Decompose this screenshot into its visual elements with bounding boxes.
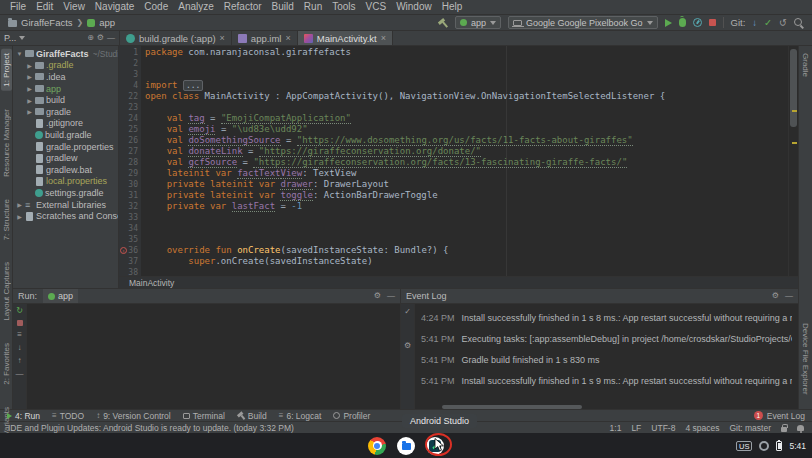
menu-item[interactable]: View	[58, 0, 90, 14]
project-view-selector[interactable]: P...	[4, 33, 16, 43]
tree-row[interactable]: gradlew	[13, 152, 118, 164]
notifications-bell-icon[interactable]	[797, 425, 804, 431]
code-line[interactable]: 37 super.onCreate(savedInstanceState)	[119, 256, 788, 267]
stop-button[interactable]	[709, 19, 716, 26]
search-everywhere-icon[interactable]	[794, 18, 804, 28]
event-log-settings-gear-icon[interactable]	[772, 292, 779, 300]
menu-item[interactable]: Analyze	[173, 0, 219, 14]
tool-stripe-item[interactable]: Layout Captures	[1, 258, 12, 325]
code-editor[interactable]: 1 package com.naranjaconsal.giraffefacts…	[119, 46, 798, 288]
hide-event-log-icon[interactable]	[785, 292, 793, 300]
code-line[interactable]: 25 val emoji = "\ud83e\udd92"	[119, 124, 788, 135]
tree-expand-arrow-icon[interactable]: ▶	[26, 73, 33, 80]
tool-stripe-item[interactable]: 2: Favorites	[1, 339, 12, 389]
code-line[interactable]: 34	[119, 223, 788, 234]
menu-item[interactable]: Build	[267, 0, 299, 14]
code-line[interactable]: 4 import ...	[119, 80, 788, 91]
toolwindow-button[interactable]: Profiler	[333, 411, 370, 421]
tool-stripe-item-gradle[interactable]: Gradle	[800, 49, 811, 81]
code-line[interactable]: 1 package com.naranjaconsal.giraffefacts	[119, 47, 788, 58]
tree-row[interactable]: local.properties	[13, 176, 118, 188]
code-line[interactable]: 28 val gcfSource = "https://giraffeconse…	[119, 157, 788, 168]
run-configuration-select[interactable]: app	[455, 16, 501, 29]
toolwindow-button[interactable]: 9: Version Control	[96, 411, 171, 421]
tree-row[interactable]: gradlew.bat	[13, 164, 118, 176]
tree-row[interactable]: ▶ External Libraries	[13, 199, 118, 211]
code-line[interactable]: 36 override fun onCreate(savedInstanceSt…	[119, 245, 788, 256]
files-app-icon[interactable]	[397, 437, 415, 455]
run-console-output[interactable]	[27, 304, 400, 409]
indent-setting[interactable]: 4 spaces	[685, 423, 719, 433]
git-update-icon[interactable]	[752, 18, 757, 28]
close-tab-icon[interactable]	[285, 34, 290, 43]
code-line[interactable]: 30 private lateinit var drawer: DrawerLa…	[119, 179, 788, 190]
tree-expand-arrow-icon[interactable]: ▶	[26, 97, 33, 104]
scrollbar-thumb[interactable]	[790, 49, 797, 127]
tree-row[interactable]: ▶ app	[13, 83, 118, 95]
editor-tab[interactable]: MainActivity.kt	[298, 31, 393, 45]
code-line[interactable]: 23	[119, 102, 788, 113]
file-encoding[interactable]: UTF-8	[651, 423, 675, 433]
locate-file-icon[interactable]	[87, 34, 94, 42]
menu-item[interactable]: Edit	[31, 0, 58, 14]
toolwindow-button[interactable]: 6: Logcat	[279, 411, 322, 421]
code-line[interactable]: 35	[119, 234, 788, 245]
run-toolbar-icon[interactable]	[16, 307, 23, 315]
code-line[interactable]: 24 val tag = "EmojiCompatApplication"	[119, 113, 788, 124]
event-log-button[interactable]: 1 Event Log	[754, 411, 805, 421]
menu-item[interactable]: Run	[299, 0, 327, 14]
hide-panel-icon[interactable]	[107, 34, 115, 42]
tree-row[interactable]: .gitignore	[13, 118, 118, 130]
tool-stripe-item-device-file-explorer[interactable]: Device File Explorer	[800, 319, 811, 399]
code-line[interactable]: 32 private var lastFact = -1	[119, 201, 788, 212]
run-button[interactable]	[665, 19, 672, 27]
keyboard-layout-badge[interactable]: US	[736, 441, 752, 451]
caret-position[interactable]: 1:1	[610, 423, 622, 433]
tree-expand-arrow-icon[interactable]: ▶	[26, 108, 33, 115]
build-hammer-icon[interactable]	[438, 18, 448, 28]
system-tray[interactable]: US 5:41	[736, 433, 806, 458]
chrome-app-icon[interactable]	[368, 437, 386, 455]
clock[interactable]: 5:41	[789, 441, 806, 451]
horizontal-scrollbar[interactable]	[430, 405, 796, 409]
debug-button[interactable]	[679, 18, 686, 27]
profiler-button[interactable]	[693, 18, 702, 27]
code-line[interactable]: 26 val doSomethingSource = "https://www.…	[119, 135, 788, 146]
menu-item[interactable]: Refactor	[219, 0, 267, 14]
tree-row[interactable]: settings.gradle	[13, 187, 118, 199]
status-message[interactable]: IDE and Plugin Updates: Android Studio i…	[8, 423, 294, 433]
editor-scrollbar[interactable]	[788, 46, 798, 276]
menu-item[interactable]: Help	[437, 0, 468, 14]
tree-row[interactable]: ▶ .gradle	[13, 60, 118, 72]
menu-item[interactable]: Navigate	[90, 0, 139, 14]
run-content-tab[interactable]: app	[43, 289, 78, 303]
tree-expand-arrow-icon[interactable]: ▶	[16, 213, 23, 220]
run-toolbar-icon[interactable]	[16, 370, 24, 378]
git-commit-icon[interactable]	[764, 18, 772, 28]
code-line[interactable]: 38	[119, 267, 788, 276]
close-tab-icon[interactable]	[220, 34, 225, 43]
editor-tab[interactable]: build.gradle (:app)	[120, 31, 232, 45]
override-gutter-icon[interactable]	[120, 247, 127, 254]
code-line[interactable]: 27 val donateLink = "https://giraffecons…	[119, 146, 788, 157]
close-tab-icon[interactable]	[381, 34, 386, 43]
tree-row[interactable]: build.gradle	[13, 129, 118, 141]
code-line[interactable]: 33	[119, 212, 788, 223]
run-toolbar-icon[interactable]	[17, 320, 23, 326]
tool-stripe-item[interactable]: 1: Project	[1, 49, 12, 91]
menu-item[interactable]: Code	[139, 0, 173, 14]
git-branch[interactable]: Git: master	[729, 423, 771, 433]
tree-row[interactable]: ▼ GiraffeFacts ~/StudioProjects/GiraffeF…	[13, 48, 118, 60]
menu-item[interactable]: File	[5, 0, 31, 14]
breadcrumb-project[interactable]: GiraffeFacts	[21, 17, 73, 28]
run-toolbar-icon[interactable]	[18, 357, 22, 365]
editor-tab[interactable]: app.iml	[232, 31, 298, 45]
tool-stripe-item[interactable]: 7: Structure	[1, 195, 12, 244]
tray-status-icon[interactable]	[759, 441, 769, 451]
read-only-lock-icon[interactable]	[781, 427, 787, 432]
code-line[interactable]: 2	[119, 58, 788, 69]
toolwindow-button[interactable]: Build	[237, 411, 267, 421]
code-line[interactable]: 31 private lateinit var toggle: ActionBa…	[119, 190, 788, 201]
device-select[interactable]: Google Google Pixelbook Go	[508, 16, 658, 29]
tree-row[interactable]: ▶ .idea	[13, 71, 118, 83]
